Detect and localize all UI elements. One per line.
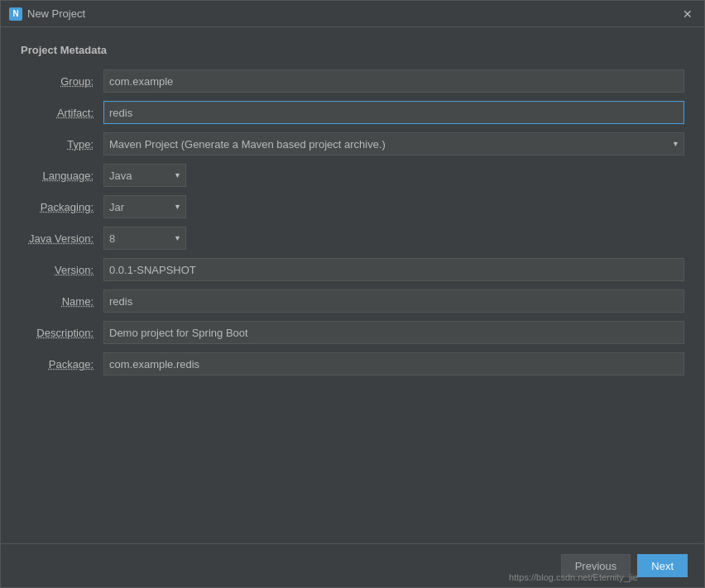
artifact-row: Artifact: xyxy=(21,101,684,124)
type-label: Type: xyxy=(21,138,103,151)
title-bar: N New Project ✕ xyxy=(1,1,704,27)
java-version-select-wrapper: 8 11 17 xyxy=(103,227,186,250)
group-label: Group: xyxy=(21,75,103,88)
description-label: Description: xyxy=(21,327,103,339)
packaging-select[interactable]: Jar War xyxy=(103,195,186,218)
dialog-footer: Previous Next xyxy=(1,543,704,587)
type-select[interactable]: Maven Project (Generate a Maven based pr… xyxy=(103,132,684,155)
dialog-content: Project Metadata Group: Artifact: Type: … xyxy=(1,27,704,543)
package-input[interactable] xyxy=(103,352,684,375)
app-icon: N xyxy=(9,7,22,21)
java-version-row: Java Version: 8 11 17 xyxy=(21,227,684,250)
name-input[interactable] xyxy=(103,289,684,313)
group-row: Group: xyxy=(21,69,684,93)
version-input[interactable] xyxy=(103,258,684,281)
name-label: Name: xyxy=(21,295,103,308)
description-row: Description: xyxy=(21,321,684,344)
new-project-dialog: N New Project ✕ Project Metadata Group: … xyxy=(0,0,705,588)
type-select-wrapper: Maven Project (Generate a Maven based pr… xyxy=(103,132,684,155)
language-select[interactable]: Java Kotlin Groovy xyxy=(103,164,186,187)
language-label: Language: xyxy=(21,170,103,182)
language-row: Language: Java Kotlin Groovy xyxy=(21,164,684,187)
packaging-label: Packaging: xyxy=(21,201,103,213)
package-row: Package: xyxy=(21,352,684,375)
type-row: Type: Maven Project (Generate a Maven ba… xyxy=(21,132,684,155)
version-label: Version: xyxy=(21,264,103,276)
close-button[interactable]: ✕ xyxy=(679,6,696,22)
group-input[interactable] xyxy=(103,69,684,93)
package-label: Package: xyxy=(21,358,103,370)
section-title: Project Metadata xyxy=(21,44,684,56)
title-bar-left: N New Project xyxy=(9,7,85,21)
artifact-input[interactable] xyxy=(103,101,684,124)
java-version-label: Java Version: xyxy=(21,232,103,245)
language-select-wrapper: Java Kotlin Groovy xyxy=(103,164,186,187)
previous-button[interactable]: Previous xyxy=(561,554,631,577)
artifact-label: Artifact: xyxy=(21,107,103,119)
version-row: Version: xyxy=(21,258,684,281)
next-button[interactable]: Next xyxy=(637,554,688,577)
dialog-title: New Project xyxy=(27,7,85,20)
java-version-select[interactable]: 8 11 17 xyxy=(103,227,186,250)
packaging-select-wrapper: Jar War xyxy=(103,195,186,218)
packaging-row: Packaging: Jar War xyxy=(21,195,684,218)
name-row: Name: xyxy=(21,289,684,313)
description-input[interactable] xyxy=(103,321,684,344)
